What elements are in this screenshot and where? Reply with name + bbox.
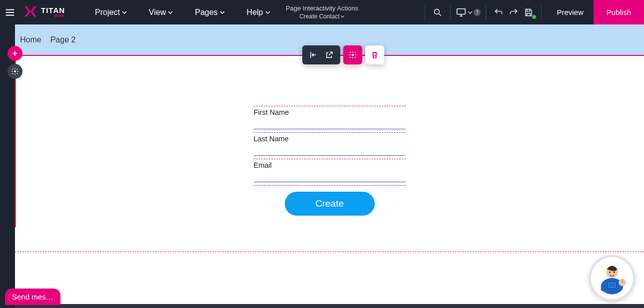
menu-view-label: View bbox=[149, 8, 166, 17]
chat-send-pill[interactable]: Send mes… bbox=[5, 289, 60, 305]
search-button[interactable] bbox=[430, 5, 445, 20]
page-context[interactable]: Page Interactivity Actions Create Contac… bbox=[286, 4, 358, 20]
svg-point-7 bbox=[609, 272, 611, 273]
redo-icon bbox=[509, 7, 519, 17]
device-selector[interactable]: ! bbox=[456, 7, 481, 18]
preview-button[interactable]: Preview bbox=[547, 0, 593, 24]
search-icon bbox=[433, 7, 443, 17]
menu-project[interactable]: Project bbox=[95, 8, 127, 17]
first-name-label: First Name bbox=[254, 108, 406, 116]
add-element-fab[interactable] bbox=[7, 46, 22, 61]
chevron-down-icon bbox=[168, 10, 173, 15]
bottom-bar bbox=[15, 304, 644, 308]
svg-rect-10 bbox=[601, 284, 606, 292]
chevron-down-icon bbox=[122, 10, 127, 15]
last-name-input[interactable] bbox=[254, 151, 406, 156]
hamburger-icon bbox=[4, 7, 15, 18]
chevron-down-icon bbox=[341, 14, 345, 18]
main-menus: Project View Pages Help bbox=[95, 8, 270, 17]
plus-icon bbox=[11, 49, 19, 57]
last-name-label: Last Name bbox=[254, 135, 406, 143]
create-button[interactable]: Create bbox=[285, 192, 375, 216]
svg-point-8 bbox=[614, 272, 615, 273]
section-dashed-border bbox=[15, 252, 644, 252]
mascot-icon bbox=[594, 260, 631, 297]
menu-view[interactable]: View bbox=[149, 8, 173, 17]
logo-icon bbox=[23, 4, 38, 21]
dashed-border bbox=[254, 159, 406, 159]
svg-point-3 bbox=[352, 54, 354, 56]
divider bbox=[425, 5, 425, 20]
undo-button[interactable] bbox=[491, 5, 506, 20]
breadcrumb-page2[interactable]: Page 2 bbox=[50, 35, 76, 44]
logo[interactable]: TITAN WEB bbox=[23, 4, 65, 21]
menu-pages-label: Pages bbox=[195, 8, 217, 17]
last-name-field[interactable]: Last Name bbox=[254, 135, 406, 156]
menu-toggle[interactable] bbox=[0, 0, 20, 24]
gear-icon bbox=[348, 50, 357, 59]
first-name-input[interactable] bbox=[254, 124, 406, 129]
menu-help-label: Help bbox=[247, 8, 263, 17]
save-status-dot bbox=[532, 15, 536, 19]
redo-button[interactable] bbox=[506, 5, 521, 20]
menu-pages[interactable]: Pages bbox=[195, 8, 224, 17]
element-delete-button[interactable] bbox=[365, 45, 384, 64]
breadcrumb-home[interactable]: Home bbox=[20, 35, 41, 44]
page-context-sub: Create Contact bbox=[299, 13, 345, 20]
dashed-border bbox=[254, 185, 406, 186]
open-external-icon[interactable] bbox=[325, 50, 334, 59]
help-mascot[interactable] bbox=[589, 255, 635, 301]
topbar: TITAN WEB Project View Pages Help Page I… bbox=[0, 0, 644, 24]
svg-rect-1 bbox=[457, 8, 466, 14]
trash-icon bbox=[370, 50, 379, 59]
email-field[interactable]: Email bbox=[254, 161, 406, 182]
logo-text: TITAN WEB bbox=[41, 6, 65, 18]
align-left-icon[interactable] bbox=[309, 50, 318, 59]
element-settings-button[interactable] bbox=[343, 45, 362, 64]
svg-rect-5 bbox=[608, 282, 617, 288]
gear-icon bbox=[11, 67, 19, 75]
element-toolbar bbox=[302, 45, 384, 64]
publish-button[interactable]: Publish bbox=[594, 0, 644, 24]
canvas[interactable]: Home Page 2 First Name Last Name Email C… bbox=[15, 24, 644, 308]
chevron-down-icon bbox=[468, 10, 473, 15]
save-button[interactable] bbox=[521, 5, 536, 20]
divider bbox=[486, 5, 486, 20]
first-name-field[interactable]: First Name bbox=[254, 108, 406, 129]
email-input[interactable] bbox=[254, 177, 406, 182]
desktop-icon bbox=[456, 7, 467, 18]
selection-left-border bbox=[15, 55, 16, 227]
menu-help[interactable]: Help bbox=[247, 8, 270, 17]
menu-project-label: Project bbox=[95, 8, 120, 17]
undo-icon bbox=[494, 7, 504, 17]
device-badge: ! bbox=[474, 9, 481, 16]
svg-point-0 bbox=[435, 9, 440, 14]
contact-form[interactable]: First Name Last Name Email Create bbox=[254, 106, 406, 216]
divider bbox=[541, 5, 542, 20]
toolbar-right: ! Preview Publish bbox=[420, 0, 644, 24]
chevron-down-icon bbox=[265, 10, 270, 15]
dashed-border bbox=[254, 106, 406, 106]
chevron-down-icon bbox=[220, 10, 225, 15]
svg-point-2 bbox=[14, 70, 16, 72]
settings-fab[interactable] bbox=[7, 64, 22, 79]
element-toolbar-group bbox=[302, 45, 340, 64]
dashed-border bbox=[254, 132, 406, 133]
divider bbox=[450, 5, 451, 20]
email-label: Email bbox=[254, 161, 406, 169]
page-context-title: Page Interactivity Actions bbox=[286, 4, 358, 12]
